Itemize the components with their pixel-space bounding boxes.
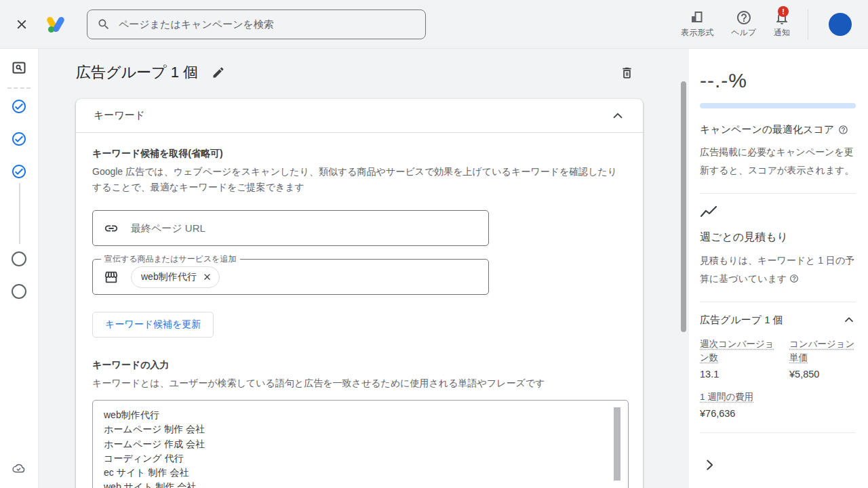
account-avatar[interactable] bbox=[829, 13, 852, 36]
textarea-scrollbar-thumb[interactable] bbox=[614, 407, 620, 481]
edit-title-button[interactable] bbox=[209, 63, 228, 82]
panel-divider bbox=[700, 432, 856, 433]
search-input[interactable] bbox=[119, 18, 416, 30]
final-url-field[interactable] bbox=[92, 210, 489, 246]
storefront-icon bbox=[104, 270, 119, 285]
close-button[interactable] bbox=[14, 16, 30, 33]
suggest-heading: キーワード候補を取得(省略可) bbox=[92, 148, 627, 160]
chip-remove-button[interactable] bbox=[202, 272, 212, 282]
search-icon bbox=[97, 18, 111, 31]
product-service-field[interactable]: 宣伝する商品またはサービスを追加 web制作代行 bbox=[92, 259, 489, 295]
optimization-score-bar bbox=[700, 103, 856, 108]
refresh-suggestions-button[interactable]: キーワード候補を更新 bbox=[92, 312, 214, 338]
global-search[interactable] bbox=[87, 9, 426, 39]
help-icon bbox=[736, 9, 752, 26]
close-icon bbox=[14, 17, 29, 32]
display-format-label: 表示形式 bbox=[681, 27, 713, 39]
stat-value: 13.1 bbox=[700, 369, 780, 380]
draft-saved-indicator bbox=[12, 462, 26, 474]
ad-group-estimates-label: 広告グループ 1 個 bbox=[700, 314, 783, 327]
stat-weekly-cost: 1 週間の費用 ¥76,636 bbox=[700, 390, 856, 419]
step-2-completed[interactable] bbox=[11, 131, 27, 147]
check-circle-icon bbox=[11, 131, 27, 147]
page-title-row: 広告グループ 1 個 bbox=[76, 60, 643, 85]
close-icon bbox=[202, 272, 212, 282]
panel-divider bbox=[700, 302, 856, 302]
keyword-line: ホームページ 作成 会社 bbox=[104, 437, 610, 451]
topbar-divider bbox=[808, 9, 808, 40]
delete-ad-group-button[interactable] bbox=[617, 63, 636, 82]
optimization-score-label: キャンペーンの最適化スコア bbox=[700, 123, 834, 136]
estimates-panel: --.-% キャンペーンの最適化スコア 広告掲載に必要なキャンペーンを更新すると… bbox=[689, 49, 868, 488]
step-1-completed[interactable] bbox=[11, 98, 27, 115]
empty-circle-icon bbox=[11, 283, 27, 300]
stat-weekly-conversions: 週次コンバージョン数 13.1 bbox=[700, 338, 780, 380]
step-3-completed[interactable] bbox=[11, 163, 27, 180]
keyword-line: コーディング 代行 bbox=[104, 451, 610, 466]
google-ads-app: 表示形式 ヘルプ ! 通知 bbox=[0, 0, 868, 488]
product-service-label: 宣伝する商品またはサービスを追加 bbox=[101, 253, 240, 265]
display-format-button[interactable]: 表示形式 bbox=[681, 9, 713, 39]
panel-divider bbox=[700, 193, 856, 194]
chevron-up-icon bbox=[610, 108, 625, 123]
collapse-group-button[interactable] bbox=[842, 313, 856, 327]
google-ads-logo-icon bbox=[46, 16, 65, 33]
help-button[interactable]: ヘルプ bbox=[731, 9, 756, 39]
review-search-icon bbox=[11, 60, 27, 76]
keywords-input-heading: キーワードの入力 bbox=[92, 359, 627, 371]
card-title: キーワード bbox=[94, 109, 145, 122]
keywords-card-header[interactable]: キーワード bbox=[76, 99, 643, 133]
stat-value: ¥5,850 bbox=[789, 369, 856, 380]
trend-line-icon bbox=[700, 205, 717, 220]
step-4-pending[interactable] bbox=[11, 251, 27, 267]
keyword-chip[interactable]: web制作代行 bbox=[131, 266, 220, 288]
trash-icon bbox=[620, 66, 634, 80]
final-url-input[interactable] bbox=[131, 222, 477, 234]
topbar-actions: 表示形式 ヘルプ ! 通知 bbox=[681, 9, 868, 40]
suggest-description: Google 広告では、ウェブページをスキャンしたり、類似する商品やサービスで効… bbox=[92, 164, 627, 195]
steps-sidebar bbox=[0, 49, 39, 488]
chevron-up-icon bbox=[842, 313, 856, 327]
stat-value: ¥76,636 bbox=[700, 408, 856, 419]
keyword-line: web サイト 制作 会社 bbox=[104, 480, 610, 488]
stat-cost-per-conversion: コンバージョン単価 ¥5,850 bbox=[789, 338, 856, 380]
ad-group-estimates-header[interactable]: 広告グループ 1 個 bbox=[700, 313, 856, 327]
step-connector-line bbox=[19, 183, 20, 244]
weekly-estimates-heading: 週ごとの見積もり bbox=[700, 230, 856, 245]
keyword-line: ec サイト 制作 会社 bbox=[104, 466, 610, 480]
collapse-panel-button[interactable] bbox=[700, 455, 719, 474]
optimization-score-value: --.-% bbox=[700, 69, 856, 92]
link-icon bbox=[104, 221, 119, 236]
page-title: 広告グループ 1 個 bbox=[76, 62, 198, 83]
optimization-score-description: 広告掲載に必要なキャンペーンを更新すると、スコアが表示されます。 bbox=[700, 143, 856, 180]
stat-label: コンバージョン単価 bbox=[789, 339, 854, 363]
sidebar-dashed-divider bbox=[7, 87, 31, 89]
pencil-icon bbox=[212, 66, 225, 79]
notifications-label: 通知 bbox=[774, 27, 790, 39]
help-label: ヘルプ bbox=[731, 27, 756, 39]
notification-badge: ! bbox=[778, 6, 789, 17]
main-scrollbar-thumb[interactable] bbox=[681, 81, 686, 332]
notifications-button[interactable]: ! 通知 bbox=[774, 9, 790, 39]
chevron-right-icon bbox=[702, 458, 717, 472]
weekly-estimates-description: 見積もりは、キーワードと 1 日の予算に基づいています bbox=[700, 251, 856, 288]
overview-step-button[interactable] bbox=[11, 60, 27, 76]
check-circle-icon bbox=[11, 98, 27, 115]
collapse-card-button[interactable] bbox=[610, 108, 625, 123]
empty-circle-icon bbox=[11, 251, 27, 267]
stat-label: 1 週間の費用 bbox=[700, 392, 753, 402]
cloud-check-icon bbox=[12, 462, 26, 474]
estimates-stats: 週次コンバージョン数 13.1 コンバージョン単価 ¥5,850 bbox=[700, 338, 856, 380]
keywords-card: キーワード キーワード候補を取得(省略可) Google 広告では、ウェブページ… bbox=[76, 99, 643, 488]
keyword-line: ホームページ 制作 会社 bbox=[104, 422, 610, 436]
keywords-textarea[interactable]: web制作代行ホームページ 制作 会社ホームページ 作成 会社コーディング 代行… bbox=[92, 400, 629, 488]
step-5-pending[interactable] bbox=[11, 283, 27, 300]
help-icon[interactable] bbox=[838, 125, 848, 135]
topbar: 表示形式 ヘルプ ! 通知 bbox=[0, 0, 868, 49]
display-format-icon bbox=[689, 9, 705, 26]
main-content: 広告グループ 1 個 キーワード bbox=[39, 49, 689, 488]
stat-label: 週次コンバージョン数 bbox=[700, 339, 774, 363]
keywords-input-description: キーワードとは、ユーザーが検索している語句と広告を一致させるために使用される単語… bbox=[92, 375, 627, 391]
help-icon[interactable] bbox=[789, 274, 799, 283]
chip-label: web制作代行 bbox=[141, 271, 197, 283]
